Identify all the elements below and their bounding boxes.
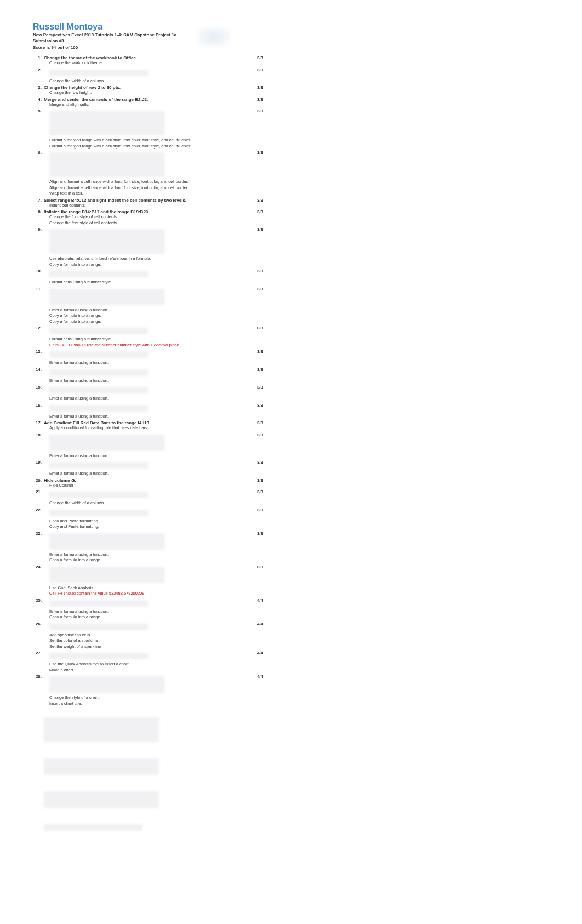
item-number: 7. — [33, 198, 44, 203]
obscured-text — [49, 653, 148, 659]
item-number: 27. — [33, 651, 44, 655]
item-error-detail: Cells F4:F17 should use the Number numbe… — [49, 343, 241, 349]
item-score: 0/3 — [241, 564, 263, 569]
item-number: 4. — [33, 97, 44, 102]
item-detail: Wrap text in a cell. — [49, 191, 241, 197]
item-number: 18. — [33, 432, 44, 437]
item-detail: Enter a formula using a function. — [49, 453, 241, 459]
item-number: 17. — [33, 420, 44, 425]
item-number: 3. — [33, 85, 44, 90]
obscured-text — [49, 351, 148, 358]
grade-item: 14.Enter a formula using a function.3/3 — [33, 367, 263, 384]
report-page: Russell Montoya New Perspectives Excel 2… — [33, 22, 263, 831]
item-detail: Change the font style of cell contents. — [49, 214, 241, 220]
grade-item: 21.Change the width of a column.3/3 — [33, 489, 263, 506]
item-detail: Apply a conditional formatting rule that… — [49, 425, 241, 431]
item-number: 11. — [33, 287, 44, 292]
grade-item: 8.Italicize the range B14:B17 and the ra… — [33, 209, 263, 226]
item-score: 3/3 — [241, 109, 263, 113]
item-title: Italicize the range B14:B17 and the rang… — [44, 209, 241, 214]
item-title: Select range B4:C13 and right-indent the… — [44, 198, 241, 203]
item-score: 3/3 — [241, 97, 263, 102]
grade-item: 11.Enter a formula using a function.Copy… — [33, 287, 263, 325]
item-detail: Align and format a cell range with a fon… — [49, 179, 241, 185]
item-score: 3/3 — [241, 55, 263, 60]
obscured-text — [49, 533, 164, 550]
grade-item: 17.Add Gradient Fill Red Data Bars to th… — [33, 420, 263, 431]
item-detail: Copy a formula into a range. — [49, 262, 241, 268]
grade-item: 7.Select range B4:C13 and right-indent t… — [33, 198, 263, 209]
item-body: Enter a formula using a function. — [44, 385, 241, 402]
grade-item: 26.Add sparklines to cells.Set the color… — [33, 621, 263, 650]
item-body: Use absolute, relative, or mixed referen… — [44, 227, 241, 267]
obscured-text — [49, 462, 148, 469]
grade-item: 22.Copy and Paste formatting.Copy and Pa… — [33, 507, 263, 530]
item-body: Enter a formula using a function. — [44, 367, 241, 384]
grade-item: 6.Align and format a cell range with a f… — [33, 150, 263, 197]
obscured-text — [49, 369, 148, 376]
item-score: 3/3 — [241, 287, 263, 292]
item-detail: Enter a formula using a function. — [49, 552, 241, 558]
grade-item: 20.Hide column G.Hide Column3/3 — [33, 478, 263, 489]
obscured-text — [49, 510, 148, 516]
item-detail: Copy a formula into a range. — [49, 319, 241, 325]
grade-item: 3.Change the height of row 2 to 30 pts.C… — [33, 85, 263, 96]
item-detail: Format cells using a number style. — [49, 336, 241, 343]
grade-item: 2.Change the width of a column.3/3 — [33, 67, 263, 84]
item-detail: Change the style of a chart. — [49, 695, 241, 701]
item-title: Hide column G. — [44, 478, 241, 483]
grade-item: 28.Change the style of a chart.Insert a … — [33, 674, 263, 706]
item-detail: Copy a formula into a range. — [49, 313, 241, 319]
grade-item: 25.Enter a formula using a function.Copy… — [33, 598, 263, 620]
obscured-text — [49, 624, 148, 630]
grade-item: 15.Enter a formula using a function.3/3 — [33, 385, 263, 402]
item-number: 22. — [33, 507, 44, 512]
item-body: Enter a formula using a function. — [44, 349, 241, 366]
item-number: 8. — [33, 209, 44, 214]
item-number: 23. — [33, 531, 44, 536]
item-body: Enter a formula using a function. — [44, 403, 241, 420]
obscured-text — [49, 328, 148, 334]
item-body: Merge and center the contents of the ran… — [44, 97, 241, 108]
item-detail: Use absolute, relative, or mixed referen… — [49, 256, 241, 262]
item-body: Format cells using a number style. — [44, 269, 241, 286]
grade-item: 13.Enter a formula using a function.3/3 — [33, 349, 263, 366]
item-score: 3/3 — [241, 198, 263, 203]
item-score: 3/3 — [241, 420, 263, 425]
item-title: Change the theme of the workbook to Offi… — [44, 55, 241, 60]
grade-item: 23.Enter a formula using a function.Copy… — [33, 531, 263, 563]
grade-item: 27.Use the Quick Analysis tool to insert… — [33, 651, 263, 673]
item-body: Copy and Paste formatting.Copy and Paste… — [44, 507, 241, 530]
item-body: Enter a formula using a function.Copy a … — [44, 531, 241, 563]
item-number: 21. — [33, 489, 44, 494]
item-score: 3/3 — [241, 67, 263, 72]
item-score: 3/3 — [241, 85, 263, 90]
item-body: Enter a formula using a function. — [44, 460, 241, 477]
item-body: Change the width of a column. — [44, 489, 241, 506]
obscured-text — [49, 405, 148, 412]
item-score: 3/3 — [241, 269, 263, 273]
item-detail: Use the Quick Analysis tool to insert a … — [49, 661, 241, 668]
item-detail: Enter a formula using a function. — [49, 378, 241, 384]
item-score: 0/3 — [241, 326, 263, 330]
item-detail: Hide Column — [49, 483, 241, 489]
item-number: 26. — [33, 621, 44, 626]
item-number: 6. — [33, 150, 44, 155]
grade-item: 4.Merge and center the contents of the r… — [33, 97, 263, 108]
item-number: 25. — [33, 598, 44, 603]
grade-item: 18.Enter a formula using a function.3/3 — [33, 432, 263, 459]
item-error-detail: Cell F4 should contain the value 532488.… — [49, 591, 241, 597]
item-detail: Format a merged range with a cell style,… — [49, 144, 241, 150]
obscured-text — [49, 229, 164, 254]
item-body: Select range B4:C13 and right-indent the… — [44, 198, 241, 209]
obscured-text — [49, 492, 148, 498]
item-detail: Use Goal Seek Analysis. — [49, 585, 241, 591]
item-score: 3/3 — [241, 367, 263, 372]
item-detail: Change the width of a column. — [49, 500, 241, 506]
item-score: 3/3 — [241, 432, 263, 437]
item-number: 12. — [33, 326, 44, 330]
obscured-text — [49, 271, 148, 277]
item-score: 3/3 — [241, 460, 263, 465]
obscured-text — [49, 111, 164, 135]
item-detail: Change the row height. — [49, 90, 241, 96]
